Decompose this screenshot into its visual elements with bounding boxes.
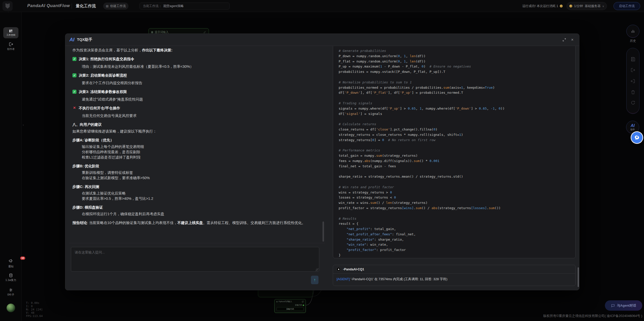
code-line: "win_rate": win_rate, (339, 242, 570, 247)
sidebar-item-creator[interactable]: 创作者 (0, 42, 22, 51)
coins-icon (9, 273, 13, 278)
history-chart-icon (631, 29, 635, 34)
save-icon[interactable] (630, 57, 635, 62)
code-line: close_returns = df['close'].pct_change()… (339, 127, 570, 132)
ai-assistant-logo: AI (631, 123, 635, 128)
indented-line: 避免通过"试错式调参"掩盖系统性问题 (82, 97, 323, 102)
code-line: final_net = total_gain - fees (339, 164, 570, 169)
debug-line: T: 0.00s (26, 301, 43, 305)
check-icon: ✓ (72, 73, 76, 77)
bamboo-item[interactable]: 0竹子 (0, 288, 22, 297)
screen: 提示词输入 Python代码输入 策略代码 策略代码 (0, 0, 644, 321)
code-block[interactable]: # Generate probabilitiesP_down = numpy.r… (333, 46, 576, 258)
indented-lines: 当前无任何交易信号满足风控要求 (72, 113, 323, 118)
agent-result-card: -PandaAI-CQ1 [AGENT] '-PandaAI-CQ1' 在 73… (333, 265, 576, 286)
agent-status-prefix: [AGENT] (337, 277, 350, 281)
agent-chat-button[interactable]: 与Agent对话 (605, 300, 642, 311)
cross-icon: × (72, 105, 76, 110)
close-icon[interactable]: × (570, 37, 575, 43)
section-heading: 步骤A: 诊断阶段（优先） (72, 137, 323, 143)
import-icon[interactable] (630, 79, 635, 84)
code-line: # Performance metrics (339, 148, 570, 153)
code-line: losses = strategy_returns < 0 (339, 195, 570, 200)
decision-line: ✓决策2: 启动策略全面诊断流程 (72, 73, 323, 78)
code-line: P_down = numpy.random.uniform(0, 1, len(… (339, 54, 570, 59)
agent-card-header: -PandaAI-CQ1 (333, 265, 575, 274)
server-plan-select[interactable]: 1/分钟 基础服务器 ∨ (567, 2, 607, 10)
arrow-up-icon: ↑ (314, 278, 316, 282)
node-icon (151, 31, 153, 33)
resize-handle-icon[interactable] (316, 268, 318, 271)
indented-line: 在模拟环境运行1个月，确保稳定盈利后再考虑实盘 (82, 211, 323, 217)
run-status-text: 运行成功! 本次运行消耗 1 (522, 4, 558, 8)
send-button[interactable]: ↑ (311, 276, 318, 284)
notifications-item[interactable]: 10 通知 (0, 259, 22, 268)
decision-line: ×不执行任何开仓/平仓操作 (72, 105, 323, 111)
indented-lines: 在模拟环境运行1个月，确保稳定盈利后再考虑实盘 (72, 211, 323, 217)
indented-lines: 避免通过"试错式调参"掩盖系统性问题 (72, 97, 323, 102)
code-scrollbar-thumb[interactable] (578, 267, 579, 287)
code-column[interactable]: # Generate probabilitiesP_down = numpy.r… (333, 46, 578, 288)
bamboo-label: 0竹子 (0, 293, 22, 297)
port-dot-icon[interactable] (303, 305, 304, 306)
sidebar-item-workspace[interactable]: 工作空间 (3, 27, 18, 38)
compute-label: 1.1w算力 (0, 278, 22, 282)
code-line (339, 211, 570, 216)
floating-chat-button[interactable] (631, 132, 642, 143)
code-line: # Trading signals (339, 101, 570, 106)
node-python-input[interactable]: Python代码输入 策略代码 策略代码 (274, 299, 306, 313)
trash-icon[interactable] (631, 90, 635, 94)
code-line: profit_factor = strategy_returns[wins].s… (339, 206, 570, 211)
export-icon[interactable] (630, 68, 635, 73)
indented-line: 要求在7个工作日内提交根因分析报告 (82, 80, 323, 86)
pandaai-logo[interactable] (3, 1, 13, 11)
debug-overlay: T: 0.00sI: 0N: 24 [24]V: 48FPS:113.64 (26, 301, 43, 318)
chat-outline-icon (611, 304, 615, 308)
code-line: P_up = numpy.maximum(1 - P_down - P_flat… (339, 64, 570, 69)
copyright-text: 版权所有©重庆量云之境信息科技有限公司( 渝ICP备2024046064号 ) (543, 314, 642, 318)
avatar[interactable] (7, 304, 15, 312)
plus-square-icon: ⊞ (106, 4, 109, 8)
history-tool[interactable]: 历史 (626, 25, 639, 43)
compute-item[interactable]: 1.1w算力 (0, 273, 22, 282)
plan-rate-label: 1/分钟 (574, 4, 583, 8)
code-line: # Normalize probabilities to sum to 1 (339, 80, 570, 85)
ai-logo: AI (69, 37, 74, 43)
create-workflow-button[interactable]: ⊞ 创建工作流 (103, 3, 128, 10)
agent-status-text: '-PandaAI-CQ1' 在 73574ms 内完成 (工具调用: 11, … (350, 277, 447, 281)
expand-icon[interactable] (561, 37, 567, 43)
indented-line: 在测试集上验证优化后策略 (82, 191, 323, 196)
chat-transcript[interactable]: 作为投资决策委员会主席，基于以上分析，作出以下最终决策:✓决策1: 拒绝执行任何… (72, 47, 323, 241)
panel-collapse-chevron[interactable]: › (23, 123, 24, 127)
open-external-icon[interactable] (302, 301, 304, 303)
code-line: probabilities_normed = probabilities / p… (339, 85, 570, 90)
ai-assistant-label: 助手 (630, 128, 635, 131)
decision-text: 决策1: 拒绝执行任何实盘交易指令 (79, 56, 134, 62)
section-heading: 步骤C: 再次回测 (72, 184, 323, 189)
current-workflow-value: 期货agent策略 (163, 4, 184, 8)
code-line: signals = numpy.where(df['P_up'] > 0.65,… (339, 106, 570, 111)
text-segment: 作为投资决策委员会主席，基于以上分析， (72, 48, 142, 52)
divider (69, 243, 325, 243)
brand-title: PandaAI QuantFlow (27, 3, 70, 8)
indented-lines: 在测试集上验证优化后策略要求夏普比率>0.5，胜率>40%，盈亏比>1.2 (72, 191, 323, 201)
chat-scrollbar-thumb[interactable] (323, 221, 324, 242)
start-workflow-button[interactable]: 启动工作流 (613, 2, 640, 10)
code-line: "sharpe_ratio": sharpe_ratio, (339, 237, 570, 242)
code-line: "net_profit_after_fees": final_net, (339, 232, 570, 237)
decision-text: 决策3: 冻结策略参数修改权限 (79, 89, 127, 94)
node-code-field[interactable]: 策略代码 (277, 307, 304, 311)
divider (72, 4, 72, 9)
debug-line: N: 24 [24] (26, 308, 43, 311)
code-line: "net_profit": total_gain, (339, 227, 570, 232)
left-sidebar: 工作空间 创作者 10 通知 1.1w算力 0竹子 (0, 12, 22, 321)
indented-lines: 理由：测试集表现未达到风控最低标准（夏普比率<0.5，胜率<30%） (72, 64, 323, 69)
current-workflow-field[interactable]: 当前工作流： 期货agent策略 (140, 3, 230, 10)
question-input[interactable] (71, 247, 319, 272)
code-line: win_rate = wins.sum() / len(strategy_ret… (339, 200, 570, 206)
refresh-icon[interactable] (631, 100, 635, 105)
plan-server-label: 基础服务器 (585, 4, 601, 8)
edit-icon[interactable] (203, 31, 206, 34)
dialog-header: AI TQX助手 × (65, 34, 579, 46)
code-line (339, 95, 570, 101)
